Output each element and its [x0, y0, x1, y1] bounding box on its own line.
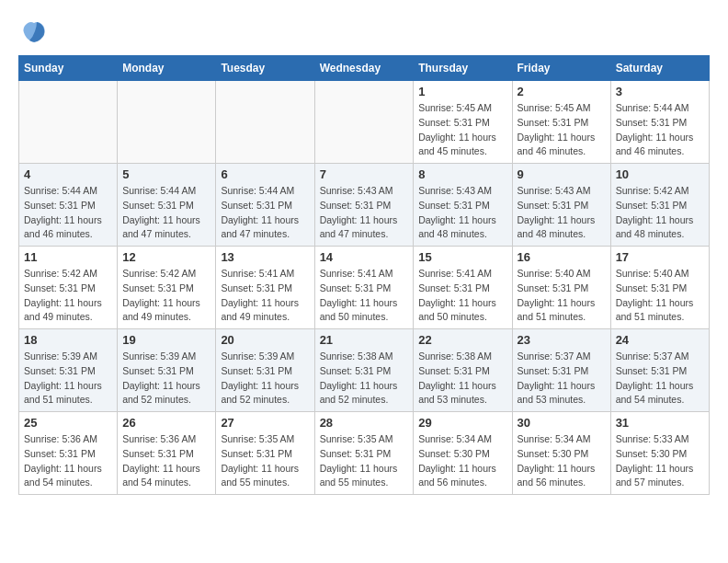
day-number: 18: [24, 333, 112, 347]
day-of-week-header: Sunday: [19, 56, 118, 81]
day-number: 13: [221, 250, 309, 264]
calendar-day-cell: 3Sunrise: 5:44 AM Sunset: 5:31 PM Daylig…: [610, 81, 709, 164]
day-of-week-header: Tuesday: [216, 56, 314, 81]
day-detail: Sunrise: 5:41 AM Sunset: 5:31 PM Dayligh…: [320, 267, 409, 325]
day-number: 9: [518, 167, 606, 181]
day-of-week-header: Saturday: [610, 56, 709, 81]
calendar-day-cell: 29Sunrise: 5:34 AM Sunset: 5:30 PM Dayli…: [414, 412, 512, 495]
calendar-day-cell: 10Sunrise: 5:42 AM Sunset: 5:31 PM Dayli…: [610, 164, 709, 247]
day-detail: Sunrise: 5:42 AM Sunset: 5:31 PM Dayligh…: [616, 184, 704, 242]
day-detail: Sunrise: 5:43 AM Sunset: 5:31 PM Dayligh…: [418, 184, 506, 242]
day-number: 14: [320, 250, 409, 264]
calendar-week-row: 25Sunrise: 5:36 AM Sunset: 5:31 PM Dayli…: [19, 412, 710, 495]
calendar-day-cell: 19Sunrise: 5:39 AM Sunset: 5:31 PM Dayli…: [118, 329, 216, 412]
day-detail: Sunrise: 5:36 AM Sunset: 5:31 PM Dayligh…: [122, 432, 210, 490]
calendar-day-cell: 22Sunrise: 5:38 AM Sunset: 5:31 PM Dayli…: [414, 329, 512, 412]
calendar-day-cell: [19, 81, 118, 164]
day-number: 8: [418, 167, 506, 181]
day-detail: Sunrise: 5:40 AM Sunset: 5:31 PM Dayligh…: [518, 267, 606, 325]
day-number: 16: [518, 250, 606, 264]
day-detail: Sunrise: 5:34 AM Sunset: 5:30 PM Dayligh…: [418, 432, 506, 490]
calendar-day-cell: 9Sunrise: 5:43 AM Sunset: 5:31 PM Daylig…: [512, 164, 610, 247]
day-detail: Sunrise: 5:37 AM Sunset: 5:31 PM Dayligh…: [518, 350, 606, 408]
day-detail: Sunrise: 5:43 AM Sunset: 5:31 PM Dayligh…: [518, 184, 606, 242]
day-number: 26: [122, 416, 210, 430]
day-number: 24: [616, 333, 704, 347]
day-detail: Sunrise: 5:39 AM Sunset: 5:31 PM Dayligh…: [122, 350, 210, 408]
day-number: 1: [418, 85, 506, 98]
calendar-day-cell: 23Sunrise: 5:37 AM Sunset: 5:31 PM Dayli…: [512, 329, 610, 412]
day-number: 27: [221, 416, 309, 430]
logo-icon: [20, 18, 48, 46]
calendar-day-cell: 30Sunrise: 5:34 AM Sunset: 5:30 PM Dayli…: [512, 412, 610, 495]
calendar-week-row: 1Sunrise: 5:45 AM Sunset: 5:31 PM Daylig…: [19, 81, 710, 164]
day-detail: Sunrise: 5:36 AM Sunset: 5:31 PM Dayligh…: [24, 432, 112, 490]
day-number: 12: [122, 250, 210, 264]
day-detail: Sunrise: 5:44 AM Sunset: 5:31 PM Dayligh…: [122, 184, 210, 242]
day-detail: Sunrise: 5:37 AM Sunset: 5:31 PM Dayligh…: [616, 350, 704, 408]
day-number: 10: [616, 167, 704, 181]
day-detail: Sunrise: 5:44 AM Sunset: 5:31 PM Dayligh…: [616, 101, 704, 159]
day-detail: Sunrise: 5:43 AM Sunset: 5:31 PM Dayligh…: [320, 184, 409, 242]
calendar-day-cell: 20Sunrise: 5:39 AM Sunset: 5:31 PM Dayli…: [216, 329, 314, 412]
day-number: 22: [418, 333, 506, 347]
day-detail: Sunrise: 5:44 AM Sunset: 5:31 PM Dayligh…: [24, 184, 112, 242]
calendar-day-cell: 17Sunrise: 5:40 AM Sunset: 5:31 PM Dayli…: [610, 247, 709, 329]
calendar-day-cell: 6Sunrise: 5:44 AM Sunset: 5:31 PM Daylig…: [216, 164, 314, 247]
calendar-day-cell: [216, 81, 314, 164]
calendar-week-row: 4Sunrise: 5:44 AM Sunset: 5:31 PM Daylig…: [19, 164, 710, 247]
day-detail: Sunrise: 5:33 AM Sunset: 5:30 PM Dayligh…: [616, 432, 704, 490]
calendar-day-cell: 14Sunrise: 5:41 AM Sunset: 5:31 PM Dayli…: [314, 247, 414, 329]
calendar-day-cell: 4Sunrise: 5:44 AM Sunset: 5:31 PM Daylig…: [19, 164, 118, 247]
day-number: 23: [518, 333, 606, 347]
day-number: 2: [518, 85, 606, 98]
day-detail: Sunrise: 5:44 AM Sunset: 5:31 PM Dayligh…: [221, 184, 309, 242]
day-number: 6: [221, 167, 309, 181]
calendar-day-cell: 26Sunrise: 5:36 AM Sunset: 5:31 PM Dayli…: [118, 412, 216, 495]
day-detail: Sunrise: 5:42 AM Sunset: 5:31 PM Dayligh…: [122, 267, 210, 325]
day-detail: Sunrise: 5:38 AM Sunset: 5:31 PM Dayligh…: [418, 350, 506, 408]
day-number: 15: [418, 250, 506, 264]
day-number: 21: [320, 333, 409, 347]
calendar-day-cell: 12Sunrise: 5:42 AM Sunset: 5:31 PM Dayli…: [118, 247, 216, 329]
logo: [18, 18, 48, 46]
calendar-day-cell: 27Sunrise: 5:35 AM Sunset: 5:31 PM Dayli…: [216, 412, 314, 495]
calendar-week-row: 18Sunrise: 5:39 AM Sunset: 5:31 PM Dayli…: [19, 329, 710, 412]
calendar-day-cell: 8Sunrise: 5:43 AM Sunset: 5:31 PM Daylig…: [414, 164, 512, 247]
day-number: 25: [24, 416, 112, 430]
day-detail: Sunrise: 5:35 AM Sunset: 5:31 PM Dayligh…: [221, 432, 309, 490]
day-detail: Sunrise: 5:34 AM Sunset: 5:30 PM Dayligh…: [518, 432, 606, 490]
day-of-week-header: Monday: [118, 56, 216, 81]
day-number: 20: [221, 333, 309, 347]
day-of-week-header: Thursday: [414, 56, 512, 81]
day-number: 31: [616, 416, 704, 430]
calendar-day-cell: 5Sunrise: 5:44 AM Sunset: 5:31 PM Daylig…: [118, 164, 216, 247]
calendar-day-cell: [118, 81, 216, 164]
day-number: 28: [320, 416, 409, 430]
calendar-day-cell: 25Sunrise: 5:36 AM Sunset: 5:31 PM Dayli…: [19, 412, 118, 495]
day-detail: Sunrise: 5:42 AM Sunset: 5:31 PM Dayligh…: [24, 267, 112, 325]
calendar-day-cell: 31Sunrise: 5:33 AM Sunset: 5:30 PM Dayli…: [610, 412, 709, 495]
day-number: 5: [122, 167, 210, 181]
calendar-header-row: SundayMondayTuesdayWednesdayThursdayFrid…: [19, 56, 710, 81]
calendar-week-row: 11Sunrise: 5:42 AM Sunset: 5:31 PM Dayli…: [19, 247, 710, 329]
day-number: 17: [616, 250, 704, 264]
calendar-day-cell: [314, 81, 414, 164]
calendar-day-cell: 16Sunrise: 5:40 AM Sunset: 5:31 PM Dayli…: [512, 247, 610, 329]
day-number: 29: [418, 416, 506, 430]
day-number: 11: [24, 250, 112, 264]
calendar-day-cell: 28Sunrise: 5:35 AM Sunset: 5:31 PM Dayli…: [314, 412, 414, 495]
day-number: 3: [616, 85, 704, 98]
page-header: [18, 18, 710, 46]
day-number: 30: [518, 416, 606, 430]
day-detail: Sunrise: 5:41 AM Sunset: 5:31 PM Dayligh…: [418, 267, 506, 325]
day-detail: Sunrise: 5:39 AM Sunset: 5:31 PM Dayligh…: [24, 350, 112, 408]
calendar-day-cell: 11Sunrise: 5:42 AM Sunset: 5:31 PM Dayli…: [19, 247, 118, 329]
day-detail: Sunrise: 5:45 AM Sunset: 5:31 PM Dayligh…: [418, 101, 506, 159]
day-detail: Sunrise: 5:40 AM Sunset: 5:31 PM Dayligh…: [616, 267, 704, 325]
day-detail: Sunrise: 5:45 AM Sunset: 5:31 PM Dayligh…: [518, 101, 606, 159]
calendar-day-cell: 15Sunrise: 5:41 AM Sunset: 5:31 PM Dayli…: [414, 247, 512, 329]
calendar-day-cell: 13Sunrise: 5:41 AM Sunset: 5:31 PM Dayli…: [216, 247, 314, 329]
calendar-day-cell: 2Sunrise: 5:45 AM Sunset: 5:31 PM Daylig…: [512, 81, 610, 164]
day-of-week-header: Friday: [512, 56, 610, 81]
